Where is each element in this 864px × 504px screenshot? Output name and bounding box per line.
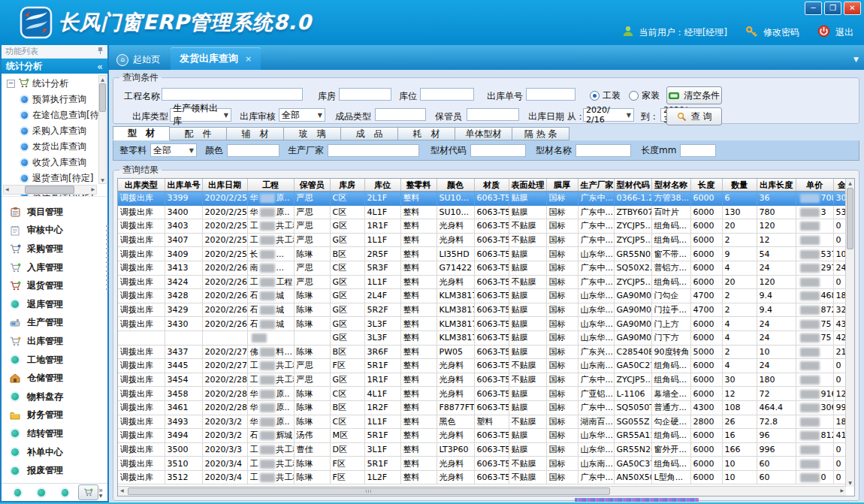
column-header-数量[interactable]: 数量 <box>722 179 757 192</box>
horizontal-scrollbar[interactable]: ◀ ▶ <box>118 486 846 496</box>
column-header-长度[interactable]: 长度 <box>690 179 722 192</box>
table-row[interactable]: 调拨出库34002020/2/25华原..严思C区4L1F整料SU10...60… <box>118 205 850 219</box>
tab-outbound-query[interactable]: 发货出库查询 × <box>171 47 261 70</box>
profile-code-input[interactable] <box>470 144 526 157</box>
tree-item[interactable]: 收货入库查询 <box>2 155 107 171</box>
column-header-材质[interactable]: 材质 <box>474 179 509 192</box>
column-header-工程[interactable]: 工程 <box>247 179 294 192</box>
table-row[interactable]: 调拨出库34582020/2/28华原..陈琳C区4L1F整料光身料6063-T… <box>118 387 850 401</box>
table-row[interactable]: 调拨出库34072020/2/25工共工程严思G区1L1F整料光身料6063-T… <box>118 233 850 247</box>
scroll-left-icon[interactable]: ◀ <box>5 186 9 192</box>
column-header-出库日期[interactable]: 出库日期 <box>202 179 247 192</box>
order-no-input[interactable] <box>526 88 575 101</box>
column-header-库位[interactable]: 库位 <box>364 179 400 192</box>
audit-select[interactable]: 全部▼ <box>279 108 325 122</box>
column-header-膜厚[interactable]: 膜厚 <box>546 179 578 192</box>
sidebar-item-退货管理[interactable]: 退货管理 <box>2 276 107 295</box>
scroll-left-icon[interactable]: ◀ <box>120 487 124 493</box>
material-tab-1[interactable]: 型 材 <box>113 126 170 140</box>
tree-item[interactable]: 预算执行查询 <box>2 92 107 107</box>
table-row[interactable]: 调拨出库35002020/3/3工共工程曹佳D区3L1F整料LT3P606063… <box>118 442 850 457</box>
product-type-input[interactable] <box>375 108 426 121</box>
footer-dot-icon[interactable] <box>62 489 68 496</box>
column-header-颜色[interactable]: 颜色 <box>437 179 474 192</box>
sidebar-item-仓储管理[interactable]: 仓储管理 <box>2 369 107 388</box>
scroll-up-icon[interactable]: ▲ <box>99 77 106 82</box>
column-header-库房[interactable]: 库房 <box>330 179 364 192</box>
tree-horizontal-scrollbar[interactable]: ◀ ▶ <box>3 185 97 195</box>
table-row[interactable]: 调拨出库34282020/2/26石城陈琳G区2L4F整料KLM38176063… <box>118 289 850 303</box>
column-header-型材代码[interactable]: 型材代码 <box>614 179 651 192</box>
table-row[interactable]: 调拨出库34302020/2/26石城陈琳G区3L3F整料KLM38176063… <box>118 317 850 331</box>
project-name-input[interactable] <box>162 88 303 101</box>
table-row[interactable]: G区3L3F整料KLM38176063-T5贴膜国标山东华...GA90M09.… <box>118 330 850 345</box>
sidebar-item-入库管理[interactable]: 入库管理 <box>2 258 107 277</box>
scroll-down-icon[interactable]: ▼ <box>846 480 854 485</box>
column-header-表面处理[interactable]: 表面处理 <box>509 179 546 192</box>
column-header-保管员[interactable]: 保管员 <box>294 179 330 192</box>
material-tab-3[interactable]: 辅 材 <box>227 127 284 140</box>
tab-close-icon[interactable]: × <box>245 54 252 64</box>
logout-button[interactable]: 退出 <box>835 26 853 39</box>
scroll-right-icon[interactable]: ▶ <box>840 487 844 493</box>
date-from-select[interactable]: 2020/ 2/16▼ <box>583 108 634 122</box>
material-tab-7[interactable]: 单体型材 <box>455 127 512 140</box>
tree-vertical-scrollbar[interactable]: ▲ ▼ <box>98 75 107 184</box>
table-row[interactable]: 调拨出库34242020/2/26工工程严思G区1L1F整料光身料6063-T5… <box>118 275 850 289</box>
table-row[interactable]: 调拨出库34542020/2/28工共工程严思G区1R1F整料光身料6063-T… <box>118 373 850 387</box>
close-button[interactable]: ✕ <box>844 2 861 15</box>
location-input[interactable] <box>420 88 474 101</box>
material-tab-4[interactable]: 玻 璃 <box>284 127 341 140</box>
material-tab-8[interactable]: 隔 热 条 <box>512 127 569 140</box>
column-header-型材名称[interactable]: 型材名称 <box>651 179 690 192</box>
maximize-button[interactable]: ❐ <box>824 2 841 15</box>
column-header-生产厂家[interactable]: 生产厂家 <box>578 179 614 192</box>
tree-expander-icon[interactable]: − <box>7 80 15 88</box>
material-tab-6[interactable]: 耗 材 <box>398 127 455 140</box>
table-row[interactable]: 调拨出库34942020/3/2石辉城汤伟M区5R1F整料光身料6063-T5贴… <box>118 429 850 443</box>
sidebar-item-生产管理[interactable]: 生产管理 <box>2 314 107 333</box>
table-row[interactable]: 调拨出库34292020/2/26石城陈琳G区5R2F整料KLM38176063… <box>118 303 850 317</box>
tree-item[interactable]: 退货查询[待定] <box>2 171 107 186</box>
tree-item[interactable]: 在途信息查询[待 <box>2 107 107 123</box>
material-tab-2[interactable]: 配 件 <box>170 127 227 140</box>
keeper-input[interactable] <box>467 108 519 121</box>
column-header-出库类型[interactable]: 出库类型 <box>118 179 165 192</box>
tab-home[interactable]: ⌂ 起始页 <box>109 50 171 70</box>
profile-name-input[interactable] <box>575 144 631 157</box>
sidebar-item-补单中心[interactable]: 补单中心 <box>2 443 107 462</box>
sidebar-item-审核中心[interactable]: 审核中心 <box>2 222 107 240</box>
radio-jiazhuang[interactable]: 家装 <box>629 89 660 102</box>
column-header-单价[interactable]: 单价 <box>796 179 833 192</box>
sidebar-item-工地管理[interactable]: 工地管理 <box>2 351 107 370</box>
warehouse-input[interactable] <box>339 88 391 101</box>
sidebar-item-财务管理[interactable]: 财务管理 <box>2 406 107 425</box>
tree-item[interactable]: 采购入库查询 <box>2 123 107 139</box>
table-row[interactable]: 调拨出库35102020/3/4工共工程陈琳F区5R1F整料光身料6063-T5… <box>118 457 850 471</box>
sidebar-item-报废管理[interactable]: 报废管理 <box>2 461 107 480</box>
tree-root[interactable]: − 统计分析 <box>2 76 107 92</box>
column-header-出库单号[interactable]: 出库单号 <box>165 179 202 192</box>
table-row[interactable]: 调拨出库34612020/2/28华原..陈琳B区1R2F整料F8877FT60… <box>118 400 850 415</box>
sidebar-item-采购管理[interactable]: 采购管理 <box>2 240 107 258</box>
radio-gongzhuang[interactable]: 工装 <box>590 89 621 102</box>
footer-cart-button[interactable] <box>78 484 98 500</box>
clear-conditions-button[interactable]: 清空条件 <box>666 86 722 104</box>
scroll-up-icon[interactable]: ▲ <box>846 180 854 186</box>
footer-dot-icon[interactable] <box>14 489 21 496</box>
color-input[interactable] <box>227 144 279 157</box>
table-row[interactable]: 调拨出库34932020/3/2华原..陈琳C区1L1F整料黑色塑料不贴膜国标湖… <box>118 415 850 429</box>
tree-item[interactable]: 发货出库查询 <box>2 139 107 155</box>
table-row[interactable]: 调拨出库34032020/2/25工共工程严思G区1R1F整料光身料6063-T… <box>118 219 850 234</box>
vertical-scrollbar[interactable]: ▲ ▼ <box>845 179 854 487</box>
search-button[interactable]: 查 询 <box>666 107 722 125</box>
sidebar-item-退库管理[interactable]: 退库管理 <box>2 295 107 314</box>
material-tab-5[interactable]: 成 品 <box>341 127 398 140</box>
scroll-down-icon[interactable]: ▼ <box>99 177 106 183</box>
table-row[interactable]: 调拨出库33992020/2/25华原..严思C区2L1F整料SU10...60… <box>118 192 850 206</box>
splitter-handle[interactable] <box>106 225 108 293</box>
collapse-icon[interactable]: « <box>97 61 103 72</box>
table-row[interactable]: 调拨出库34372020/2/27佛料...陈琳B区3R6F整料PW056063… <box>118 345 850 359</box>
table-row[interactable]: 调拨出库34092020/2/25长...陈琳B区2R5F整料LI35HD606… <box>118 247 850 261</box>
tab-list-dropdown-icon[interactable]: ▼ <box>853 56 859 63</box>
